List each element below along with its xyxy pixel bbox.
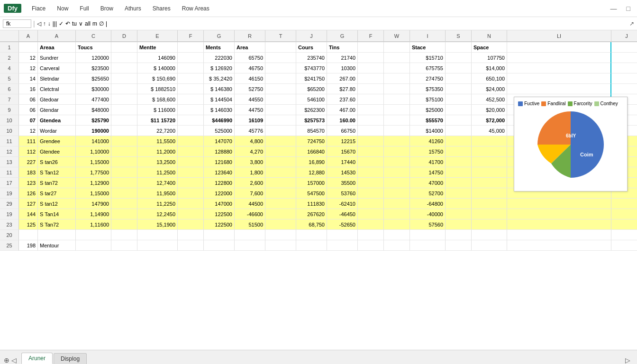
col-header-w[interactable]: W bbox=[384, 30, 410, 42]
formula-icon-down[interactable]: ↓ bbox=[48, 20, 51, 27]
cell[interactable]: 122000 bbox=[204, 188, 235, 199]
cell[interactable] bbox=[446, 219, 472, 230]
cell[interactable] bbox=[611, 63, 637, 73]
cell[interactable]: $241750 bbox=[296, 73, 327, 84]
cell[interactable] bbox=[384, 53, 410, 63]
cell[interactable] bbox=[611, 84, 637, 94]
cell[interactable] bbox=[111, 188, 137, 199]
cell[interactable]: $11 15720 bbox=[137, 115, 178, 126]
cell[interactable] bbox=[384, 188, 410, 199]
cell[interactable]: $14,000 bbox=[472, 63, 507, 73]
cell[interactable]: $ 1882510 bbox=[137, 84, 178, 94]
cell[interactable]: 14530 bbox=[327, 167, 358, 178]
formula-icon-edit[interactable]: ∅ bbox=[99, 20, 104, 27]
cell[interactable]: 190000 bbox=[76, 126, 111, 136]
cell[interactable] bbox=[235, 240, 265, 251]
cell[interactable] bbox=[446, 178, 472, 188]
cell[interactable] bbox=[296, 240, 327, 251]
cell[interactable] bbox=[178, 199, 204, 209]
cell[interactable]: 07 bbox=[19, 115, 38, 126]
cell[interactable]: 227 bbox=[19, 157, 38, 167]
cell[interactable]: 7,600 bbox=[235, 188, 265, 199]
cell[interactable]: 44550 bbox=[235, 94, 265, 105]
cell[interactable]: 120000 bbox=[76, 53, 111, 63]
cell[interactable]: 46150 bbox=[235, 73, 265, 84]
cell[interactable]: Gtendar bbox=[38, 105, 76, 115]
cell[interactable] bbox=[446, 115, 472, 126]
cell[interactable]: 17440 bbox=[327, 157, 358, 167]
cell[interactable]: 724750 bbox=[296, 136, 327, 146]
cell[interactable]: 123 bbox=[19, 178, 38, 188]
cell[interactable]: 41260 bbox=[410, 136, 446, 146]
cell[interactable] bbox=[358, 84, 384, 94]
cell[interactable]: $48000 bbox=[76, 105, 111, 115]
cell[interactable] bbox=[611, 219, 637, 230]
cell[interactable]: S tan72 bbox=[38, 178, 76, 188]
cell[interactable]: 122800 bbox=[204, 178, 235, 188]
cell[interactable]: 467.00 bbox=[327, 105, 358, 115]
cell[interactable] bbox=[265, 209, 296, 219]
cell[interactable]: Gtendee bbox=[38, 146, 76, 157]
cell[interactable] bbox=[358, 199, 384, 209]
cell[interactable] bbox=[178, 73, 204, 84]
cell[interactable] bbox=[384, 73, 410, 84]
cell[interactable] bbox=[178, 188, 204, 199]
cell[interactable]: $75100 bbox=[410, 94, 446, 105]
cell[interactable]: 11,2500 bbox=[137, 167, 178, 178]
cell[interactable]: Carveral bbox=[38, 63, 76, 73]
cell[interactable] bbox=[265, 167, 296, 178]
cell[interactable]: 3,800 bbox=[235, 157, 265, 167]
cell[interactable]: 12215 bbox=[327, 136, 358, 146]
cell[interactable]: 121680 bbox=[204, 157, 235, 167]
cell[interactable]: 51500 bbox=[235, 219, 265, 230]
cell[interactable] bbox=[446, 146, 472, 157]
cell[interactable] bbox=[76, 230, 111, 240]
cell[interactable]: $55570 bbox=[410, 115, 446, 126]
cell[interactable] bbox=[327, 240, 358, 251]
cell[interactable]: 53760 bbox=[327, 188, 358, 199]
cell[interactable]: 11,9500 bbox=[137, 188, 178, 199]
cell[interactable] bbox=[507, 84, 611, 94]
cell[interactable]: 11,2000 bbox=[137, 146, 178, 157]
cell[interactable]: 267.00 bbox=[327, 73, 358, 84]
cell[interactable]: 12,880 bbox=[296, 167, 327, 178]
cell[interactable] bbox=[384, 178, 410, 188]
sheet-tab-aruner[interactable]: Aruner bbox=[21, 353, 53, 364]
cell[interactable]: 52750 bbox=[235, 84, 265, 94]
cell[interactable]: 4,800 bbox=[235, 136, 265, 146]
formula-icon-all[interactable]: all bbox=[85, 20, 91, 27]
cell[interactable] bbox=[111, 42, 137, 53]
cell[interactable]: -62410 bbox=[327, 199, 358, 209]
cell[interactable] bbox=[472, 199, 507, 209]
cell[interactable] bbox=[507, 42, 611, 53]
cell[interactable]: 12,2450 bbox=[137, 209, 178, 219]
cell[interactable]: 44750 bbox=[235, 105, 265, 115]
cell[interactable] bbox=[111, 219, 137, 230]
cell[interactable]: 452,500 bbox=[472, 94, 507, 105]
cell[interactable]: Gtedoar bbox=[38, 94, 76, 105]
menu-full[interactable]: Full bbox=[75, 3, 93, 14]
cell[interactable] bbox=[178, 230, 204, 240]
menu-row-areas[interactable]: Row Areas bbox=[177, 3, 214, 14]
cell[interactable]: Sundrer bbox=[38, 53, 76, 63]
menu-brow[interactable]: Brow bbox=[96, 3, 118, 14]
cell[interactable] bbox=[111, 115, 137, 126]
cell[interactable]: 126 bbox=[19, 188, 38, 199]
cell[interactable] bbox=[358, 230, 384, 240]
cell[interactable] bbox=[507, 73, 611, 84]
cell[interactable]: $25650 bbox=[76, 73, 111, 84]
cell[interactable] bbox=[384, 115, 410, 126]
cell[interactable]: 16,890 bbox=[296, 157, 327, 167]
col-header-s[interactable]: S bbox=[446, 30, 472, 42]
cell[interactable]: 4,270 bbox=[235, 146, 265, 157]
cell[interactable]: 11,5500 bbox=[137, 136, 178, 146]
cell[interactable]: 222030 bbox=[204, 53, 235, 63]
cell[interactable]: Stace bbox=[410, 42, 446, 53]
cell[interactable]: 11,2250 bbox=[137, 199, 178, 209]
cell[interactable] bbox=[472, 157, 507, 167]
cell[interactable] bbox=[358, 73, 384, 84]
cell[interactable] bbox=[472, 219, 507, 230]
col-header-j2[interactable]: J bbox=[611, 30, 637, 42]
cell[interactable] bbox=[111, 63, 137, 73]
cell[interactable] bbox=[446, 209, 472, 219]
